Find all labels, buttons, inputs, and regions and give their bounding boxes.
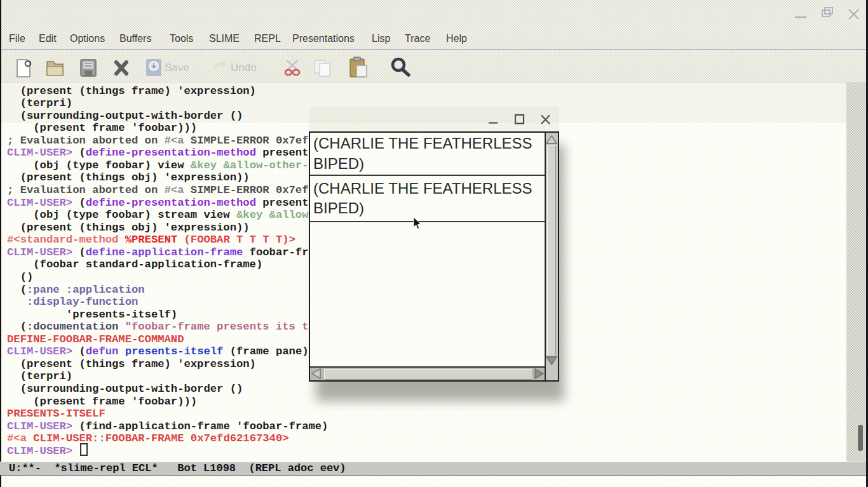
svg-text:Save: Save [165, 62, 189, 74]
svg-text:Undo: Undo [231, 62, 257, 74]
